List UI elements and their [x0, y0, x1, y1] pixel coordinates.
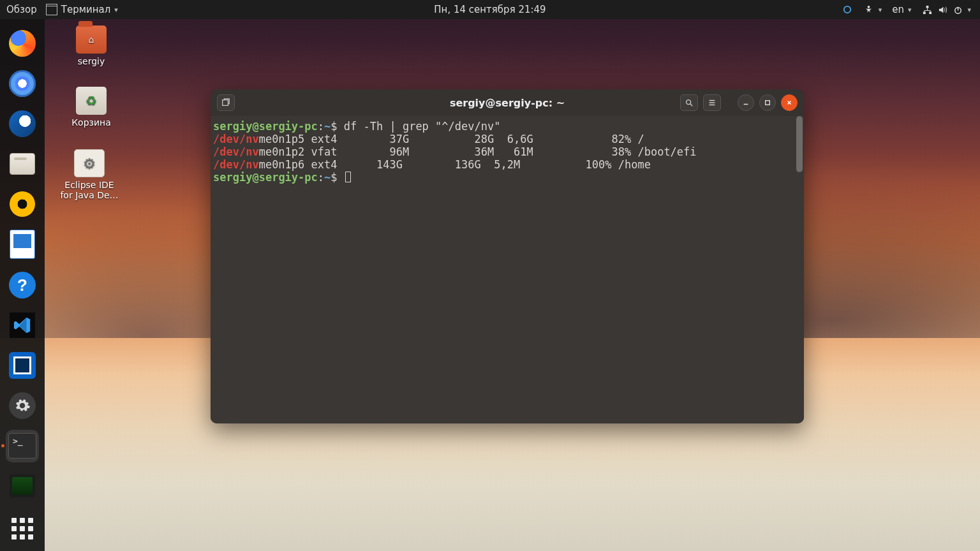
dock-files[interactable] — [6, 148, 39, 180]
dock-terminal[interactable] — [6, 430, 39, 462]
putty-icon — [10, 474, 35, 497]
folder-icon: ⌂ — [76, 26, 107, 54]
rhythmbox-icon — [10, 191, 35, 217]
dock-thunderbird[interactable] — [6, 107, 39, 140]
svg-point-1 — [868, 5, 870, 8]
terminal-indicator-icon — [46, 4, 57, 15]
minimize-button[interactable] — [738, 94, 754, 111]
cursor — [345, 172, 351, 182]
dock-rhythmbox[interactable] — [6, 188, 39, 221]
dock-virtualbox[interactable] — [6, 349, 39, 381]
files-icon — [10, 153, 35, 175]
dock-vscode[interactable] — [6, 309, 39, 341]
network-icon — [921, 4, 933, 15]
dock-putty[interactable] — [6, 470, 39, 503]
virtualbox-icon — [9, 352, 36, 379]
terminal-icon — [8, 433, 36, 459]
keyboard-layout-label: en — [892, 4, 904, 15]
dock-help[interactable]: ? — [6, 268, 39, 301]
show-applications-button[interactable] — [11, 518, 33, 540]
dock-libreoffice-writer[interactable] — [6, 228, 39, 261]
chevron-down-icon: ▾ — [879, 6, 882, 14]
hamburger-menu-button[interactable] — [703, 94, 721, 111]
desktop-icon-label: Корзина — [50, 117, 133, 128]
vscode-icon — [10, 312, 35, 338]
power-icon — [952, 4, 963, 15]
terminal-titlebar[interactable]: sergiy@sergiy-pc: ~ — [211, 89, 804, 116]
libreoffice-writer-icon — [10, 230, 35, 259]
desktop-icon-label: sergiy — [50, 56, 133, 66]
desktop-eclipse-launcher[interactable]: Eclipse IDE for Java De… — [38, 149, 140, 200]
app-menu-label: Терминал — [61, 4, 111, 15]
accessibility-menu[interactable]: ▾ — [863, 4, 882, 15]
chromium-icon — [9, 70, 36, 97]
thunderbird-icon — [9, 110, 36, 137]
svg-rect-6 — [223, 100, 228, 106]
search-button[interactable] — [680, 94, 698, 111]
desktop-trash[interactable]: Корзина — [50, 87, 133, 128]
volume-icon — [937, 4, 948, 15]
tweaks-indicator-icon[interactable] — [842, 4, 853, 15]
svg-rect-2 — [923, 11, 926, 14]
chevron-down-icon: ▾ — [114, 6, 118, 14]
desktop-icon-label: for Java De… — [38, 190, 140, 200]
clock[interactable]: Пн, 14 сентября 21:49 — [434, 4, 546, 15]
chevron-down-icon: ▾ — [908, 6, 912, 14]
top-panel: Обзор Терминал ▾ Пн, 14 сентября 21:49 ▾… — [0, 0, 980, 19]
activities-button[interactable]: Обзор — [6, 4, 37, 15]
dock-chromium[interactable] — [6, 67, 39, 99]
trash-icon — [76, 87, 107, 115]
terminal-output[interactable]: sergiy@sergiy-pc:~$ df -Th | grep "^/dev… — [211, 116, 804, 423]
svg-point-0 — [843, 6, 850, 13]
new-tab-button[interactable] — [217, 94, 235, 111]
help-icon: ? — [9, 272, 36, 298]
system-menu[interactable]: ▾ — [921, 4, 971, 15]
scrollbar-thumb[interactable] — [796, 116, 803, 172]
app-menu[interactable]: Терминал ▾ — [46, 4, 118, 15]
accessibility-icon — [863, 4, 875, 15]
keyboard-layout-menu[interactable]: en ▾ — [892, 4, 911, 15]
svg-rect-8 — [766, 101, 770, 105]
firefox-icon — [9, 30, 36, 57]
dock-settings[interactable] — [6, 390, 39, 422]
chevron-down-icon: ▾ — [967, 6, 971, 14]
svg-rect-3 — [929, 11, 932, 14]
terminal-window: sergiy@sergiy-pc: ~ sergiy@sergiy-pc:~$ … — [211, 89, 804, 423]
dock-firefox[interactable] — [6, 27, 39, 59]
application-icon — [74, 149, 105, 177]
home-icon: ⌂ — [76, 26, 107, 54]
svg-point-7 — [687, 100, 691, 105]
close-button[interactable] — [781, 94, 798, 111]
desktop-home-folder[interactable]: ⌂ sergiy — [50, 26, 133, 66]
dock: ? — [0, 19, 45, 551]
svg-rect-4 — [926, 5, 929, 8]
gear-icon — [9, 392, 36, 419]
maximize-button[interactable] — [759, 94, 776, 111]
desktop-icon-label: Eclipse IDE — [38, 180, 140, 190]
